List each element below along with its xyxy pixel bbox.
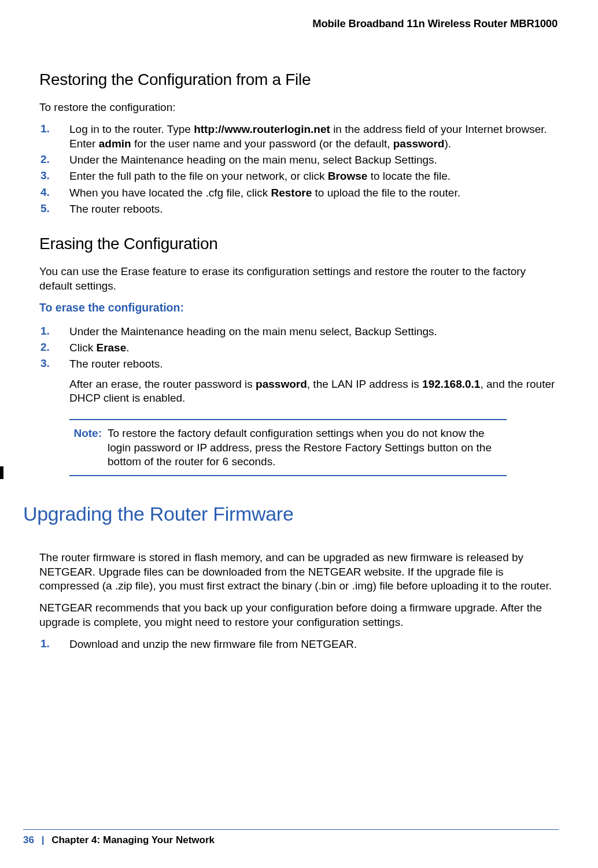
list-item: 3. Enter the full path to the file on yo… — [39, 169, 559, 183]
list-item: 5. The router reboots. — [39, 202, 559, 216]
footer-page-number: 36 — [23, 834, 34, 845]
url-bold: http://www.routerlogin.net — [194, 123, 330, 135]
footer-chapter: Chapter 4: — [51, 834, 100, 845]
browse-bold: Browse — [328, 170, 368, 182]
intro-restoring: To restore the configuration: — [39, 101, 559, 114]
erase-steps: 1. Under the Maintenance heading on the … — [39, 325, 559, 372]
step-number: 4. — [39, 186, 69, 200]
text-run: to upload the file to the router. — [312, 187, 460, 199]
step-number: 1. — [39, 325, 69, 339]
step-number: 1. — [39, 123, 69, 151]
subhead-erase: To erase the configuration: — [39, 301, 559, 314]
step-number: 3. — [39, 169, 69, 183]
text-run: Click — [69, 342, 96, 354]
text-run: to locate the file. — [367, 170, 451, 182]
step-text: Under the Maintenance heading on the mai… — [69, 153, 559, 167]
step-number: 3. — [39, 357, 69, 371]
heading-restoring: Restoring the Configuration from a File — [39, 71, 559, 89]
note-inner: Note: To restore the factory default con… — [69, 426, 507, 469]
text-run: After an erase, the router password is — [69, 378, 256, 390]
step-text: Log in to the router. Type http://www.ro… — [69, 123, 559, 151]
list-item: 2. Under the Maintenance heading on the … — [39, 153, 559, 167]
header-product-name: Mobile Broadband 11n Wireless Router MBR… — [39, 17, 559, 30]
text-run: Log in to the router. Type — [69, 123, 194, 135]
text-run: . — [126, 342, 129, 354]
upgrade-p1: The router firmware is stored in flash m… — [39, 551, 559, 593]
erase-bold: Erase — [96, 342, 126, 354]
note-text: To restore the factory default configura… — [108, 426, 507, 469]
step-number: 5. — [39, 202, 69, 216]
text-run: Enter the full path to the file on your … — [69, 170, 328, 182]
footer-separator: | — [42, 834, 45, 845]
step-number: 2. — [39, 341, 69, 355]
footer-chapter-title: Managing Your Network — [103, 834, 215, 845]
password-bold: password — [256, 378, 307, 390]
list-item: 1. Under the Maintenance heading on the … — [39, 325, 559, 339]
heading-upgrading: Upgrading the Router Firmware — [23, 503, 559, 525]
note-label: Note: — [69, 426, 108, 469]
list-item: 3. The router reboots. — [39, 357, 559, 371]
restore-steps: 1. Log in to the router. Type http://www… — [39, 123, 559, 216]
note-box: Note: To restore the factory default con… — [69, 419, 507, 476]
heading-erasing: Erasing the Configuration — [39, 235, 559, 253]
list-item: 1. Log in to the router. Type http://www… — [39, 123, 559, 151]
text-run: , the LAN IP address is — [307, 378, 422, 390]
admin-bold: admin — [99, 138, 131, 150]
step-text: The router reboots. — [69, 202, 559, 216]
ip-bold: 192.168.0.1 — [422, 378, 480, 390]
step-number: 1. — [39, 637, 69, 651]
post-erase-text: After an erase, the router password is p… — [69, 377, 559, 406]
restore-bold: Restore — [271, 187, 312, 199]
step-text: Enter the full path to the file on your … — [69, 169, 559, 183]
page-footer: 36 | Chapter 4: Managing Your Network — [23, 829, 559, 846]
upgrade-p2: NETGEAR recommends that you back up your… — [39, 601, 559, 629]
password-bold: password — [393, 138, 445, 150]
change-bar — [0, 466, 3, 479]
list-item: 2. Click Erase. — [39, 341, 559, 355]
step-text: Download and unzip the new firmware file… — [69, 637, 559, 651]
text-run: When you have located the .cfg file, cli… — [69, 187, 271, 199]
list-item: 4. When you have located the .cfg file, … — [39, 186, 559, 200]
step-text: Under the Maintenance heading on the mai… — [69, 325, 559, 339]
intro-erasing: You can use the Erase feature to erase i… — [39, 265, 559, 293]
step-number: 2. — [39, 153, 69, 167]
list-item: 1. Download and unzip the new firmware f… — [39, 637, 559, 651]
step-text: The router reboots. — [69, 357, 559, 371]
step-text: When you have located the .cfg file, cli… — [69, 186, 559, 200]
text-run: for the user name and your password (or … — [131, 138, 393, 150]
page-content: Mobile Broadband 11n Wireless Router MBR… — [0, 0, 598, 651]
step-text: Click Erase. — [69, 341, 559, 355]
text-run: ). — [444, 138, 451, 150]
upgrade-steps: 1. Download and unzip the new firmware f… — [39, 637, 559, 651]
